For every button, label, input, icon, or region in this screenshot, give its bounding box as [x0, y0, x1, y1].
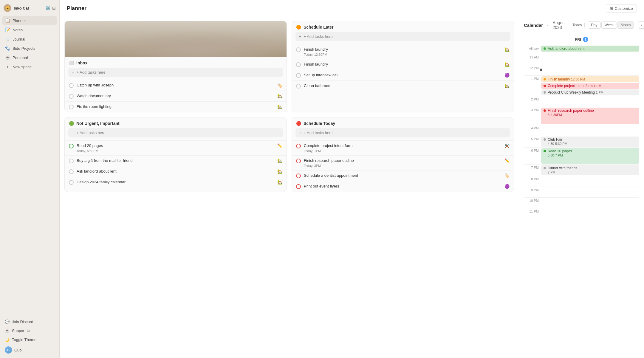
events-8pm — [541, 176, 639, 177]
schedule-today-add-task[interactable]: + + Add tasks here — [295, 128, 510, 137]
sidebar-bottom: 💬 Join Discord ☕ Support Us 🌙 Toggle The… — [0, 315, 59, 358]
sidebar-item-label: New space — [13, 65, 32, 69]
st-checkbox-3[interactable] — [296, 184, 301, 189]
time-row-11am: 11 AM — [524, 54, 639, 65]
schedule-later-task-0[interactable]: Finish laundry Today, 12:30PM 🏡 — [292, 44, 514, 59]
customize-button[interactable]: ⊞ Customize — [606, 4, 637, 13]
not-urgent-icon: 🟢 — [69, 121, 74, 126]
schedule-later-task-3[interactable]: Clean bathroom 🏡 — [292, 80, 514, 91]
cal-event-dinner[interactable]: Dinner with friends 7 PM — [541, 165, 639, 175]
cal-tab-week[interactable]: Week — [601, 21, 617, 29]
sidebar-user[interactable]: G Guo ··· — [2, 344, 57, 356]
event-dot-product — [544, 91, 546, 94]
task-checkbox-1[interactable] — [69, 94, 74, 99]
task-checkbox-0[interactable] — [69, 83, 74, 88]
time-label-11pm: 11 PM — [524, 208, 539, 213]
not-urgent-add-task[interactable]: + + Add tasks here — [68, 128, 283, 137]
calendar-body: FRI 1 All day Ask landlord about rent 11… — [519, 33, 644, 358]
calendar-navigation: ‹ › — [638, 21, 644, 29]
time-row-4pm: 4 PM — [524, 125, 639, 136]
nu-task-0[interactable]: Read 20 pages Today, 5:30PM ✏️ — [65, 140, 287, 155]
sl-checkbox-3[interactable] — [296, 84, 301, 89]
sidebar-item-side-projects[interactable]: 🐾 Side Projects — [2, 44, 57, 53]
task-title-1: Watch documentary — [77, 94, 274, 99]
nu-checkbox-0[interactable] — [69, 144, 74, 148]
sl-content-1: Finish laundry — [304, 62, 501, 67]
allday-event[interactable]: Ask landlord about rent — [541, 46, 639, 52]
cal-event-finish-laundry[interactable]: Finish laundry 12:30 PM — [541, 76, 639, 82]
time-row-3pm: 3 PM Finish research paper outline 3-4:3… — [524, 107, 639, 125]
sl-tag-0: 🏡 — [504, 47, 510, 52]
task-checkbox-2[interactable] — [69, 105, 74, 109]
sidebar-item-personal[interactable]: ☕ Personal — [2, 53, 57, 62]
planner-area: ⬜ Inbox + + Add tasks here Catch up with… — [60, 16, 519, 358]
schedule-today-add-label: + Add tasks here — [304, 131, 333, 135]
nu-checkbox-3[interactable] — [69, 180, 74, 185]
nu-checkbox-1[interactable] — [69, 159, 74, 163]
inbox-task-2[interactable]: Fix the room lighting 🏡 — [65, 101, 287, 112]
st-task-0[interactable]: Complete project intent form Today, 1PM … — [292, 140, 514, 155]
nu-content-0: Read 20 pages Today, 5:30PM — [77, 143, 274, 153]
inbox-header: ⬜ Inbox — [65, 57, 287, 68]
st-checkbox-1[interactable] — [296, 159, 301, 163]
sl-checkbox-2[interactable] — [296, 73, 301, 78]
event-dot-laundry — [544, 78, 546, 80]
settings-icon[interactable]: ⚙️ — [45, 6, 50, 10]
event-title-product: Product Club Weekly Meeting — [548, 90, 595, 94]
sidebar-item-journal[interactable]: ☁️ Journal — [2, 35, 57, 44]
schedule-today-header: 🔴 Schedule Today — [292, 117, 514, 128]
calendar-separator: - — [547, 23, 548, 27]
sidebar-nav: 📋 Planner 📝 Notes ☁️ Journal 🐾 Side Proj… — [0, 15, 59, 315]
schedule-today-title: Schedule Today — [304, 121, 335, 126]
cal-event-complete-project[interactable]: Complete project intent form 1 PM — [541, 83, 639, 89]
support-icon: ☕ — [5, 328, 10, 333]
cal-event-product-club[interactable]: Product Club Weekly Meeting 1 PM — [541, 89, 639, 95]
sidebar-join-discord[interactable]: 💬 Join Discord — [2, 317, 57, 326]
st-title-2: Schedule a dentist appointment — [304, 173, 501, 178]
time-label-8pm: 8 PM — [524, 176, 539, 181]
calendar-allday-row: All day Ask landlord about rent — [524, 44, 639, 54]
st-task-3[interactable]: Print out event flyers 🟣 — [292, 181, 514, 192]
sidebar-item-notes[interactable]: 📝 Notes — [2, 25, 57, 34]
st-task-2[interactable]: Schedule a dentist appointment 🏷️ — [292, 170, 514, 181]
calendar-today-button[interactable]: Today — [570, 22, 585, 28]
layout-icon[interactable]: ⊞ — [52, 6, 56, 10]
st-checkbox-2[interactable] — [296, 173, 301, 178]
inbox-add-task[interactable]: + + Add tasks here — [68, 68, 283, 77]
calendar-prev-button[interactable]: ‹ — [638, 21, 644, 29]
nu-task-3[interactable]: Design 2024 family calendar 🏡 — [65, 177, 287, 187]
schedule-later-add-task[interactable]: + + Add tasks here — [295, 32, 510, 41]
sidebar-support-us[interactable]: ☕ Support Us — [2, 326, 57, 335]
time-row-12pm: 12 PM — [524, 65, 639, 75]
st-tag-1: ✏️ — [504, 158, 510, 163]
schedule-later-task-1[interactable]: Finish laundry 🏡 — [292, 59, 514, 70]
cal-event-research[interactable]: Finish research paper outline 3-4:30PM — [541, 108, 639, 124]
cal-event-read[interactable]: Read 20 pages 5:30-7 PM — [541, 148, 639, 164]
cal-event-club-fair[interactable]: Club Fair 4:30-5:30 PM — [541, 137, 639, 147]
sl-checkbox-0[interactable] — [296, 47, 301, 52]
nu-task-2[interactable]: Ask landlord about rent 🏡 — [65, 166, 287, 177]
event-time-project: 1 PM — [594, 84, 601, 88]
inbox-task-1[interactable]: Watch documentary 🏡 — [65, 91, 287, 101]
time-label-4pm: 4 PM — [524, 125, 539, 130]
allday-label: All day — [524, 47, 539, 50]
discord-icon: 💬 — [5, 320, 10, 324]
inbox-task-0[interactable]: Catch up with Joseph 🏷️ — [65, 80, 287, 91]
st-task-1[interactable]: Finish research paper outline Today, 3PM… — [292, 155, 514, 170]
inbox-add-icon: + — [72, 70, 74, 75]
cal-tab-month[interactable]: Month — [617, 21, 634, 29]
sidebar-toggle-theme[interactable]: 🌙 Toggle Theme — [2, 335, 57, 344]
user-more-button[interactable]: ··· — [52, 348, 55, 352]
st-checkbox-0[interactable] — [296, 144, 301, 148]
task-title-2: Fix the room lighting — [77, 104, 274, 109]
task-tag-1: 🏡 — [277, 94, 282, 98]
nu-task-1[interactable]: Buy a gift from the mall for friend 🏡 — [65, 155, 287, 166]
journal-icon: ☁️ — [5, 37, 10, 41]
cal-tab-day[interactable]: Day — [588, 21, 600, 29]
time-label-11am: 11 AM — [524, 54, 539, 59]
sl-checkbox-1[interactable] — [296, 62, 301, 67]
schedule-later-task-2[interactable]: Set up interview call 🟣 — [292, 70, 514, 80]
nu-checkbox-2[interactable] — [69, 169, 74, 174]
sidebar-item-new-space[interactable]: + New space — [2, 62, 57, 71]
sidebar-item-planner[interactable]: 📋 Planner — [2, 16, 57, 25]
